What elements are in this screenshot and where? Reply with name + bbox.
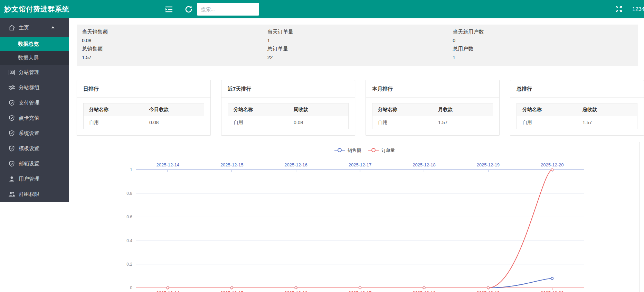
svg-text:2025-12-14: 2025-12-14	[156, 290, 179, 292]
column-header: 分站名称	[517, 103, 577, 116]
sidebar-nav: 主页 数据总览 数据大屏 分站管理 分站群组 支付管理	[0, 18, 69, 202]
svg-text:订单量: 订单量	[381, 148, 395, 153]
username-label[interactable]: 12345	[632, 0, 644, 18]
sales-chart[interactable]: 00.20.40.60.812025-12-142025-12-152025-1…	[77, 142, 640, 292]
svg-text:2025-12-20: 2025-12-20	[541, 162, 564, 167]
chart-legend-item-0[interactable]: 销售额	[334, 148, 361, 153]
svg-text:2025-12-20: 2025-12-20	[541, 290, 564, 292]
sidebar-item-payment-manage[interactable]: 支付管理	[0, 95, 69, 110]
svg-text:2025-12-18: 2025-12-18	[413, 162, 436, 167]
stat-value: 0.08	[82, 38, 267, 43]
cell-site-name: 自用	[517, 116, 577, 129]
sales-chart-card: 00.20.40.60.812025-12-142025-12-152025-1…	[77, 142, 640, 292]
svg-text:2025-12-19: 2025-12-19	[477, 290, 500, 292]
sidebar-item-group-permissions[interactable]: 群组权限	[0, 186, 69, 202]
ranking-table: 分站名称 总收款 自用 1.57	[517, 103, 637, 129]
stat-total-orders: 总订单量 22	[267, 46, 453, 63]
svg-text:2025-12-16: 2025-12-16	[284, 162, 307, 167]
columns-icon	[8, 69, 15, 75]
svg-text:0: 0	[130, 285, 132, 290]
cell-site-name: 自用	[372, 116, 433, 129]
column-header: 分站名称	[372, 103, 433, 116]
svg-text:2025-12-18: 2025-12-18	[413, 290, 436, 292]
sliders-icon	[8, 84, 15, 91]
ranking-table: 分站名称 月收款 自用 1.57	[372, 103, 493, 129]
svg-text:1: 1	[130, 167, 132, 172]
svg-text:2025-12-15: 2025-12-15	[220, 162, 244, 167]
series-1	[167, 169, 553, 289]
sidebar-item-label: 群组权限	[19, 191, 39, 198]
ranking-table: 分站名称 今日收款 自用 0.08	[83, 103, 204, 129]
refresh-icon[interactable]	[184, 5, 193, 14]
svg-text:0.4: 0.4	[126, 238, 132, 243]
cell-amount: 1.57	[433, 116, 493, 129]
sidebar-item-label: 数据总览	[18, 41, 39, 47]
shield-check-icon	[8, 100, 15, 106]
table-row[interactable]: 自用 0.08	[84, 116, 204, 129]
sidebar-item-substation-groups[interactable]: 分站群组	[0, 80, 69, 95]
sidebar-collapse-icon[interactable]	[164, 5, 173, 14]
sidebar-item-label: 模板设置	[19, 145, 39, 152]
svg-text:2025-12-17: 2025-12-17	[349, 162, 372, 167]
chart-legend-item-1[interactable]: 订单量	[368, 148, 395, 153]
cell-site-name: 自用	[228, 116, 288, 129]
column-header: 分站名称	[228, 103, 288, 116]
sidebar-item-data-screen[interactable]: 数据大屏	[0, 51, 69, 65]
svg-text:0.2: 0.2	[126, 262, 132, 267]
ranking-table: 分站名称 周收款 自用 0.08	[228, 103, 349, 129]
cell-site-name: 自用	[84, 116, 144, 129]
sidebar-item-label: 点卡充值	[19, 115, 39, 121]
sidebar-item-user-manage[interactable]: 用户管理	[0, 171, 69, 186]
ranking-cards-row: 日排行 分站名称 今日收款 自用 0.08 近7天排行 分站名称 周收款	[77, 80, 644, 136]
sidebar-item-template-settings[interactable]: 模板设置	[0, 141, 69, 156]
stat-total-users: 总用户数 1	[453, 46, 638, 63]
sidebar-item-label: 主页	[19, 25, 29, 31]
cell-amount: 0.08	[144, 116, 204, 129]
svg-text:2025-12-15: 2025-12-15	[220, 290, 244, 292]
svg-text:2025-12-17: 2025-12-17	[349, 290, 372, 292]
sidebar-item-substation-manage[interactable]: 分站管理	[0, 65, 69, 80]
stat-value: 1	[267, 38, 453, 43]
stat-value: 1	[453, 55, 638, 60]
sidebar-item-label: 邮箱设置	[19, 161, 39, 167]
svg-text:0.8: 0.8	[126, 191, 132, 196]
stat-label: 总用户数	[453, 46, 638, 52]
sidebar-item-home[interactable]: 主页	[0, 18, 69, 37]
sidebar-item-mail-settings[interactable]: 邮箱设置	[0, 156, 69, 171]
table-row[interactable]: 自用 1.57	[517, 116, 637, 129]
stats-panel: 当天销售额 0.08 当天订单量 1 当天新用户数 0 总销售额 1.57 总订…	[77, 25, 638, 66]
home-icon	[8, 25, 15, 31]
sidebar-item-label: 用户管理	[19, 176, 39, 182]
stat-label: 当天订单量	[267, 29, 453, 35]
svg-text:0.6: 0.6	[126, 215, 132, 219]
card-total-ranking: 总排行 分站名称 总收款 自用 1.57	[510, 80, 644, 136]
column-header: 总收款	[577, 103, 637, 116]
sidebar-item-card-recharge[interactable]: 点卡充值	[0, 110, 69, 126]
sidebar-item-label: 系统设置	[19, 130, 39, 137]
fullscreen-icon[interactable]	[615, 5, 623, 13]
table-row[interactable]: 自用 0.08	[228, 116, 349, 129]
stat-label: 当天新用户数	[453, 29, 638, 35]
stat-value: 0	[453, 38, 638, 43]
table-row[interactable]: 自用 1.57	[372, 116, 493, 129]
card-title: 总排行	[510, 80, 644, 98]
sidebar-item-label: 分站管理	[19, 69, 39, 76]
shield-check-icon	[8, 130, 15, 136]
search-input[interactable]	[197, 3, 259, 16]
stat-total-sales: 总销售额 1.57	[82, 46, 267, 63]
sidebar-item-label: 数据大屏	[18, 55, 39, 61]
card-title: 日排行	[77, 80, 210, 98]
stat-value: 22	[267, 55, 453, 60]
main-content: 当天销售额 0.08 当天订单量 1 当天新用户数 0 总销售额 1.57 总订…	[69, 18, 644, 292]
sidebar-item-data-overview[interactable]: 数据总览	[0, 37, 69, 51]
sidebar-item-system-settings[interactable]: 系统设置	[0, 126, 69, 141]
shield-check-icon	[8, 145, 15, 152]
svg-text:2025-12-16: 2025-12-16	[284, 290, 307, 292]
card-daily-ranking: 日排行 分站名称 今日收款 自用 0.08	[77, 80, 211, 136]
svg-text:2025-12-19: 2025-12-19	[477, 162, 500, 167]
stat-today-new-users: 当天新用户数 0	[453, 29, 638, 46]
stat-value: 1.57	[82, 55, 267, 60]
sidebar-item-label: 分站群组	[19, 84, 39, 91]
card-title: 本月排行	[366, 80, 499, 98]
card-title: 近7天排行	[221, 80, 355, 98]
